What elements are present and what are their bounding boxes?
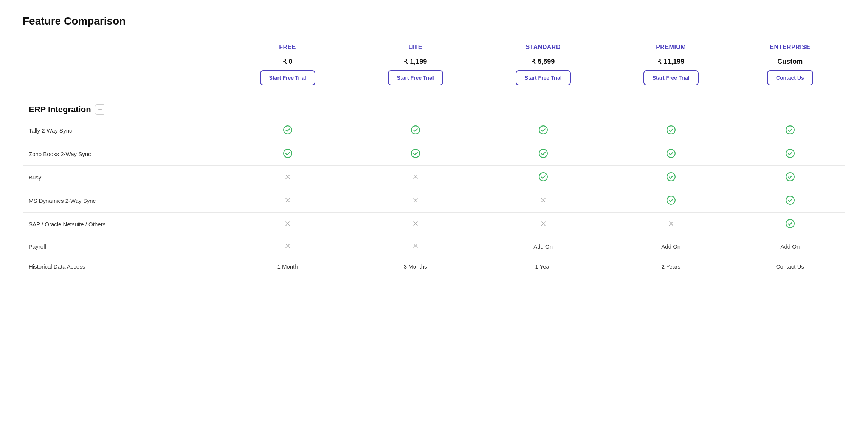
feature-value-1 [352,189,479,213]
svg-point-10 [539,173,547,181]
feature-value-3: Add On [607,236,735,257]
historical-value: 1 Year [535,263,551,270]
feature-value-2 [479,142,607,166]
check-icon [283,125,293,135]
premium-trial-button[interactable]: Start Free Trial [643,70,699,85]
svg-point-4 [786,126,794,134]
cross-icon [412,173,419,181]
cross-icon [412,242,419,250]
cross-icon [412,220,419,227]
section-title: ERP Integration − [29,104,839,115]
price-label-empty [23,56,224,67]
historical-value: Contact Us [776,263,804,270]
plan-lite-header: LITE [352,39,479,56]
feature-value-1 [352,142,479,166]
price-premium: ₹ 11,199 [607,56,735,67]
plan-btn-row: Start Free Trial Start Free Trial Start … [23,67,845,93]
section-header-row: ERP Integration − [23,93,845,119]
historical-value: 2 Years [662,263,680,270]
feature-value-1 [352,213,479,236]
table-row: Tally 2-Way Sync [23,119,845,142]
check-icon [538,172,548,182]
plan-standard-name: STANDARD [485,44,601,54]
plan-lite-name: LITE [358,44,473,54]
feature-value-3 [607,189,735,213]
feature-name: MS Dynamics 2-Way Sync [29,198,96,204]
check-icon [411,148,420,158]
feature-value-1 [352,166,479,189]
feature-value-2: Add On [479,236,607,257]
plan-standard-header: STANDARD [479,39,607,56]
feature-name: Historical Data Access [29,263,85,270]
feature-name-cell: Busy [23,166,224,189]
btn-enterprise-cell: Contact Us [735,67,845,93]
cross-icon [284,220,291,227]
price-standard: ₹ 5,599 [479,56,607,67]
svg-point-7 [539,149,547,158]
btn-label-empty [23,67,224,93]
feature-name-cell: Historical Data Access [23,257,224,276]
free-trial-button[interactable]: Start Free Trial [260,70,315,85]
historical-value: 3 Months [404,263,427,270]
feature-value-3 [607,142,735,166]
feature-name: Payroll [29,243,46,250]
feature-value-2 [479,166,607,189]
addon-label: Add On [533,243,553,250]
feature-value-0 [224,142,352,166]
page-container: Feature Comparison FREE LITE STANDARD PR… [23,15,845,276]
plan-premium-header: PREMIUM [607,39,735,56]
feature-name-cell: SAP / Oracle Netsuite / Others [23,213,224,236]
feature-value-2 [479,213,607,236]
check-icon [283,148,293,158]
plan-free-name: FREE [230,44,346,54]
feature-table-body: ERP Integration − Tally 2-Way Sync [23,93,845,276]
table-row: Zoho Books 2-Way Sync [23,142,845,166]
btn-free-cell: Start Free Trial [224,67,352,93]
addon-label: Add On [661,243,680,250]
feature-value-4 [735,166,845,189]
table-row: SAP / Oracle Netsuite / Others [23,213,845,236]
check-icon [785,172,795,182]
cross-icon [284,196,291,204]
cross-icon [284,173,291,181]
cross-icon [539,220,547,227]
feature-value-0 [224,236,352,257]
comparison-table: FREE LITE STANDARD PREMIUM ENTERPRISE [23,39,845,276]
collapse-section-button[interactable]: − [95,104,105,115]
table-row: Historical Data Access1 Month3 Months1 Y… [23,257,845,276]
feature-name: Zoho Books 2-Way Sync [29,151,91,157]
feature-value-2 [479,189,607,213]
price-enterprise: Custom [735,56,845,67]
addon-label: Add On [780,243,800,250]
svg-point-15 [786,219,794,228]
feature-value-1 [352,236,479,257]
feature-name-cell: Zoho Books 2-Way Sync [23,142,224,166]
svg-point-12 [786,173,794,181]
plan-header-row: FREE LITE STANDARD PREMIUM ENTERPRISE [23,39,845,56]
plan-premium-name: PREMIUM [613,44,729,54]
feature-value-4 [735,142,845,166]
table-row: Payroll Add OnAdd OnAdd On [23,236,845,257]
check-icon [666,195,676,205]
feature-name-cell: MS Dynamics 2-Way Sync [23,189,224,213]
enterprise-contact-button[interactable]: Contact Us [767,70,813,85]
check-icon [785,219,795,229]
plan-enterprise-header: ENTERPRISE [735,39,845,56]
feature-value-3: 2 Years [607,257,735,276]
feature-column-header [23,39,224,56]
plan-price-row: ₹ 0 ₹ 1,199 ₹ 5,599 ₹ 11,199 Custom [23,56,845,67]
lite-trial-button[interactable]: Start Free Trial [388,70,443,85]
standard-trial-button[interactable]: Start Free Trial [516,70,571,85]
cross-icon [667,220,675,227]
feature-value-0: 1 Month [224,257,352,276]
table-row: Busy [23,166,845,189]
btn-standard-cell: Start Free Trial [479,67,607,93]
section-header-cell: ERP Integration − [23,93,845,119]
svg-point-6 [411,149,420,158]
feature-value-4: Add On [735,236,845,257]
price-lite: ₹ 1,199 [352,56,479,67]
feature-name-cell: Payroll [23,236,224,257]
svg-point-3 [667,126,675,134]
check-icon [666,148,676,158]
feature-value-2 [479,119,607,142]
